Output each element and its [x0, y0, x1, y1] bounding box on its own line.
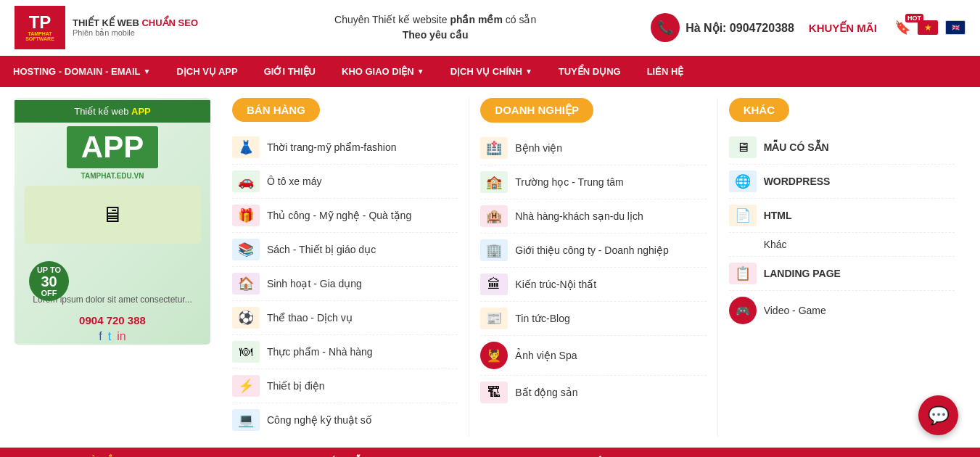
list-item[interactable]: 👗 Thời trang-mỹ phẩm-fashion: [232, 131, 458, 165]
header-phone: 📞 Hà Nội: 0904720388: [651, 13, 794, 42]
item-label: Sinh hoạt - Gia dụng: [267, 278, 362, 289]
col-doanh-nghiep-header: DOANH NGHIỆP: [480, 98, 593, 123]
list-item[interactable]: 📋 LANDING PAGE: [729, 257, 955, 291]
item-icon: 🏫: [480, 171, 508, 193]
list-item[interactable]: 📄 HTML: [729, 199, 955, 233]
item-icon: 🎁: [232, 205, 260, 226]
item-icon: ⚡: [232, 375, 260, 397]
item-icon: 🌐: [729, 170, 757, 192]
nav-app[interactable]: DỊCH VỤ APP: [163, 56, 250, 87]
item-icon: 🖥: [729, 136, 757, 158]
item-label: Thời trang-mỹ phẩm-fashion: [267, 141, 397, 153]
col-ban-hang-header: BÁN HÀNG: [232, 98, 320, 122]
item-icon: 🍽: [232, 341, 260, 363]
main-content: Thiết kế web APP APP TAMPHAT.EDU.VN 🖥 UP…: [0, 87, 980, 448]
list-item[interactable]: 💆 Ảnh viện Spa: [480, 336, 706, 376]
chevron-down-icon: ▼: [144, 67, 151, 75]
header-right: KHUYẾN MÃI HOT 🔖 ★ 🇬🇧: [809, 20, 965, 36]
site-header: TP TAMPHAT SOFTWARE THIẾT KẾ WEB CHUẨN S…: [0, 0, 980, 56]
list-item[interactable]: ⚽ Thể thao - Dịch vụ: [232, 301, 458, 335]
item-label: HTML: [764, 210, 792, 221]
item-icon: 💻: [232, 409, 260, 431]
item-label: Thể thao - Dịch vụ: [267, 312, 353, 324]
list-item[interactable]: 🏛 Kiến trúc-Nội thất: [480, 268, 706, 302]
nav-kho[interactable]: KHO GIAO DIỆN ▼: [329, 56, 437, 87]
flag-english[interactable]: 🇬🇧: [945, 20, 965, 35]
flag-vietnam[interactable]: ★: [918, 20, 938, 35]
item-icon: 🏢: [480, 239, 508, 261]
item-icon: 👗: [232, 136, 260, 158]
list-item[interactable]: Khác: [729, 233, 955, 257]
list-item[interactable]: 🏫 Trường học - Trung tâm: [480, 165, 706, 199]
list-item[interactable]: 🎮 Video - Game: [729, 291, 955, 330]
chevron-down-icon: ▼: [417, 67, 424, 75]
phone-icon: 📞: [651, 13, 680, 42]
hot-badge: HOT: [905, 14, 923, 22]
item-icon: 📰: [480, 308, 508, 329]
item-label: Công nghệ kỹ thuật số: [267, 414, 372, 426]
nav-hosting[interactable]: HOSTING - DOMAIN - EMAIL ▼: [0, 56, 163, 87]
list-item[interactable]: 📰 Tin tức-Blog: [480, 302, 706, 336]
list-item[interactable]: 🌐 WORDPRESS: [729, 165, 955, 199]
list-item[interactable]: 🏨 Nhà hàng-khách sạn-du lịch: [480, 199, 706, 234]
list-item[interactable]: 🍽 Thực phẩm - Nhà hàng: [232, 335, 458, 369]
nav-dich-vu[interactable]: DỊCH VỤ CHÍNH ▼: [437, 56, 545, 87]
list-item[interactable]: 🏗 Bất động sản: [480, 376, 706, 409]
item-icon: 📋: [729, 263, 757, 284]
banner-image[interactable]: Thiết kế web APP APP TAMPHAT.EDU.VN 🖥 UP…: [15, 98, 210, 345]
item-label: Thủ công - Mỹ nghệ - Quà tặng: [267, 210, 411, 221]
list-item[interactable]: 🎁 Thủ công - Mỹ nghệ - Quà tặng: [232, 199, 458, 233]
bottom-item-payment[interactable]: Hướng dẫn thanh toán: [245, 448, 490, 457]
phone-number[interactable]: Hà Nội: 0904720388: [685, 21, 794, 35]
chat-button[interactable]: 💬: [918, 395, 958, 435]
col-khac: KHÁC 🖥 MẪU CÓ SẴN 🌐 WORDPRESS 📄 HTML Khá…: [717, 98, 965, 437]
item-icon: 📚: [232, 239, 260, 260]
col-ban-hang: BÁN HÀNG 👗 Thời trang-mỹ phẩm-fashion 🚗 …: [221, 98, 469, 437]
list-item[interactable]: 🏢 Giới thiệu công ty - Doanh nghiệp: [480, 234, 706, 268]
item-label: Thiết bị điện: [267, 380, 325, 392]
list-item[interactable]: 🏠 Sinh hoạt - Gia dụng: [232, 267, 458, 301]
item-label: Video - Game: [764, 305, 826, 316]
bottom-item-support[interactable]: Chăm sóc khách hàng: [735, 448, 980, 457]
item-icon: 🏠: [232, 273, 260, 295]
list-item[interactable]: 📚 Sách - Thiết bị giáo dục: [232, 233, 458, 267]
item-icon-red: 🎮: [729, 297, 757, 324]
item-label: MẪU CÓ SẴN: [764, 141, 829, 153]
list-item[interactable]: 💻 Công nghệ kỹ thuật số: [232, 403, 458, 437]
item-icon: 📄: [729, 205, 757, 226]
logo-text: THIẾT KẾ WEB CHUẨN SEO Phiên bản mobile: [73, 17, 198, 38]
item-icon: 🏛: [480, 273, 508, 295]
nav-about[interactable]: GIỚI THIỆU: [251, 56, 329, 87]
item-label: Bất động sản: [515, 387, 577, 398]
doanh-nghiep-list: 🏥 Bệnh viện 🏫 Trường học - Trung tâm 🏨 N…: [480, 131, 706, 409]
list-item[interactable]: ⚡ Thiết bị điện: [232, 369, 458, 403]
item-label: Kiến trúc-Nội thất: [515, 279, 596, 290]
item-label: LANDING PAGE: [764, 268, 841, 279]
item-label: Sách - Thiết bị giáo dục: [267, 244, 376, 255]
bottom-item-contact[interactable]: Liên hệ kinh doanh: [490, 448, 736, 457]
item-label: Thực phẩm - Nhà hàng: [267, 346, 373, 358]
list-item[interactable]: 🏥 Bệnh viện: [480, 131, 706, 165]
nav-tuyen-dung[interactable]: TUYỂN DỤNG: [545, 56, 634, 87]
main-navbar: HOSTING - DOMAIN - EMAIL ▼ DỊCH VỤ APP G…: [0, 56, 980, 87]
item-label: Giới thiệu công ty - Doanh nghiệp: [515, 244, 668, 256]
sidebar-banner: Thiết kế web APP APP TAMPHAT.EDU.VN 🖥 UP…: [15, 98, 210, 437]
item-icon: 🏨: [480, 205, 508, 227]
list-item[interactable]: 🚗 Ô tô xe máy: [232, 165, 458, 199]
nav-lien-he[interactable]: LIÊN HỆ: [634, 56, 697, 87]
item-label: Bệnh viện: [515, 142, 562, 154]
khuyen-mai-label[interactable]: KHUYẾN MÃI HOT 🔖: [809, 20, 910, 36]
item-label: Ô tô xe máy: [267, 176, 321, 187]
logo-area[interactable]: TP TAMPHAT SOFTWARE THIẾT KẾ WEB CHUẨN S…: [15, 6, 198, 49]
list-item[interactable]: 🖥 MẪU CÓ SẴN: [729, 131, 955, 165]
col-khac-header: KHÁC: [729, 98, 789, 122]
item-label: Khác: [764, 239, 787, 250]
bottom-item-phone[interactable]: Gọi HÀ NỘI: 0904 720 388: [0, 448, 245, 457]
item-icon: 🏗: [480, 382, 508, 403]
item-icon-red: 💆: [480, 342, 508, 369]
chevron-down-icon: ▼: [525, 67, 532, 75]
item-label: WORDPRESS: [764, 176, 831, 187]
item-label: Tin tức-Blog: [515, 313, 569, 324]
logo-box: TP TAMPHAT SOFTWARE: [15, 6, 65, 49]
menu-columns: BÁN HÀNG 👗 Thời trang-mỹ phẩm-fashion 🚗 …: [221, 98, 965, 437]
